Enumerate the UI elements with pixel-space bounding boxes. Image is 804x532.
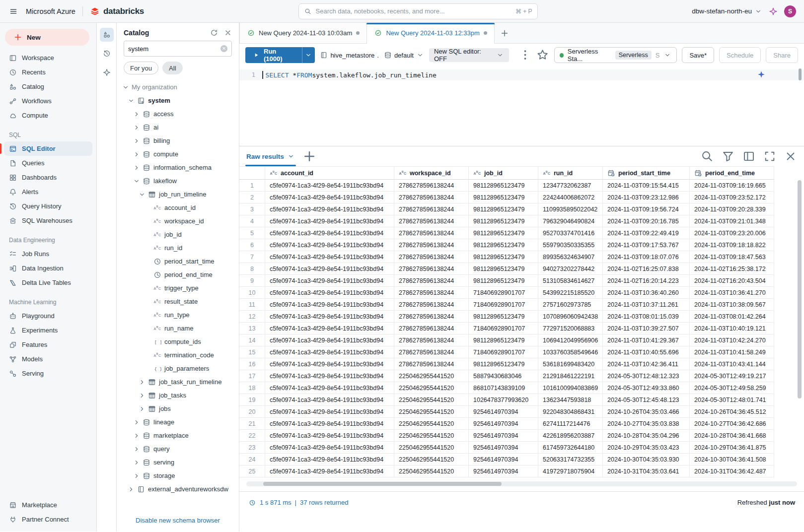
cell-period-start-time[interactable]: 2024-11-03T10:40:55.696 bbox=[603, 346, 690, 358]
cell-run-id[interactable]: 1033760358549646 bbox=[538, 346, 603, 358]
cell-job-id[interactable]: 718406928901707 bbox=[469, 287, 538, 299]
cell-workspace-id[interactable]: 2786278596138244 bbox=[394, 239, 469, 251]
cell-run-id[interactable]: 212918461222191 bbox=[538, 370, 603, 382]
cell-workspace-id[interactable]: 2786278596138244 bbox=[394, 346, 469, 358]
row-number[interactable]: 24 bbox=[239, 454, 265, 466]
sidebar-item-delta-live-tables[interactable]: Delta Live Tables bbox=[4, 275, 92, 290]
filter-pill-for-you[interactable]: For you bbox=[124, 62, 158, 74]
cell-job-id[interactable]: 9254614970394 bbox=[469, 406, 538, 418]
tree-item-information-schema[interactable]: information_schema bbox=[117, 161, 239, 174]
chevron-right-icon[interactable] bbox=[134, 473, 140, 479]
cell-period-end-time[interactable]: 2024-11-03T09:21:01.348 bbox=[690, 215, 774, 227]
sidebar-item-workspace[interactable]: Workspace bbox=[4, 51, 92, 65]
row-number[interactable]: 7 bbox=[239, 251, 265, 263]
cell-account-id[interactable]: c5fe0974-1ca3-4f29-8e54-1911bc93bd94 bbox=[265, 418, 394, 430]
cell-run-id[interactable]: 513105834614627 bbox=[538, 275, 603, 287]
cell-run-id[interactable]: 419729718075904 bbox=[538, 466, 603, 477]
tree-item-compute-ids[interactable]: [ ]compute_ids bbox=[117, 335, 239, 348]
row-number[interactable]: 20 bbox=[239, 406, 265, 418]
chevron-right-icon[interactable] bbox=[139, 393, 145, 399]
cell-period-end-time[interactable]: 2024-11-03T08:01:42.264 bbox=[690, 311, 774, 323]
chevron-right-icon[interactable] bbox=[134, 446, 140, 452]
sidebar-item-dashboards[interactable]: Dashboards bbox=[4, 170, 92, 185]
tree-item-external-adventureworksdw[interactable]: external_adventureworksdw bbox=[117, 482, 239, 496]
new-tab-button[interactable] bbox=[495, 23, 514, 43]
close-icon[interactable] bbox=[224, 29, 232, 37]
tree-item-run-type[interactable]: ABCrun_type bbox=[117, 308, 239, 322]
catalog-search-input[interactable] bbox=[128, 45, 218, 53]
cell-account-id[interactable]: c5fe0974-1ca3-4f29-8e54-1911bc93bd94 bbox=[265, 394, 394, 406]
row-number[interactable]: 3 bbox=[239, 203, 265, 215]
sidebar-item-sql-warehouses[interactable]: SQL Warehouses bbox=[4, 213, 92, 228]
cell-period-start-time[interactable]: 2024-05-30T12:48:12.323 bbox=[603, 370, 690, 382]
row-number[interactable]: 16 bbox=[239, 358, 265, 370]
tree-item-query[interactable]: query bbox=[117, 442, 239, 456]
cell-run-id[interactable]: 559790350335355 bbox=[538, 239, 603, 251]
cell-period-end-time[interactable]: 2024-11-02T16:25:38.172 bbox=[690, 263, 774, 275]
cell-job-id[interactable]: 9254614970394 bbox=[469, 430, 538, 442]
schema-selector[interactable]: default bbox=[384, 51, 424, 59]
cell-period-start-time[interactable]: 2024-11-03T10:37:11.261 bbox=[603, 299, 690, 311]
cell-workspace-id[interactable]: 2786278596138244 bbox=[394, 299, 469, 311]
row-number[interactable]: 12 bbox=[239, 311, 265, 323]
tree-item-job-parameters[interactable]: { }job_parameters bbox=[117, 362, 239, 375]
rail-assistant-button[interactable] bbox=[100, 66, 114, 79]
row-number[interactable]: 5 bbox=[239, 227, 265, 239]
sidebar-item-alerts[interactable]: Alerts bbox=[4, 185, 92, 199]
row-number[interactable]: 14 bbox=[239, 334, 265, 346]
sidebar-item-playground[interactable]: Playground bbox=[4, 309, 92, 323]
tree-item-system[interactable]: system bbox=[117, 94, 239, 107]
tree-item-lineage[interactable]: lineage bbox=[117, 415, 239, 429]
search-input[interactable] bbox=[316, 7, 512, 15]
disable-schema-browser-link[interactable]: Disable new schema browser bbox=[136, 517, 220, 524]
sidebar-item-catalog[interactable]: Catalog bbox=[4, 79, 92, 94]
row-number[interactable]: 17 bbox=[239, 370, 265, 382]
cell-period-end-time[interactable]: 2024-11-03T09:20:28.339 bbox=[690, 203, 774, 215]
tree-item-my-organization[interactable]: My organization bbox=[117, 80, 239, 94]
favorite-star-icon[interactable] bbox=[536, 49, 549, 62]
tree-item-workspace-id[interactable]: ABCworkspace_id bbox=[117, 214, 239, 228]
cell-job-id[interactable]: 981128965123479 bbox=[469, 239, 538, 251]
cell-period-start-time[interactable]: 2024-11-02T16:25:07.838 bbox=[603, 263, 690, 275]
cell-period-end-time[interactable]: 2024-10-29T04:36:41.875 bbox=[690, 442, 774, 454]
tree-item-serving[interactable]: serving bbox=[117, 456, 239, 469]
cell-run-id[interactable]: 940273202278442 bbox=[538, 263, 603, 275]
cell-workspace-id[interactable]: 2786278596138244 bbox=[394, 251, 469, 263]
cell-period-start-time[interactable]: 2024-10-27T04:35:03.838 bbox=[603, 418, 690, 430]
scrollbar-thumb[interactable] bbox=[263, 482, 502, 486]
cell-account-id[interactable]: c5fe0974-1ca3-4f29-8e54-1911bc93bd94 bbox=[265, 311, 394, 323]
row-number[interactable]: 2 bbox=[239, 192, 265, 203]
assistant-sparkle-icon[interactable] bbox=[769, 7, 777, 15]
cell-period-start-time[interactable]: 2024-10-30T04:35:03.930 bbox=[603, 454, 690, 466]
cell-workspace-id[interactable]: 2786278596138244 bbox=[394, 227, 469, 239]
cell-run-id[interactable]: 617459732644180 bbox=[538, 442, 603, 454]
tree-item-jobs[interactable]: jobs bbox=[117, 402, 239, 415]
query-tab-1[interactable]: New Query 2024-11-03 10:03am bbox=[239, 23, 367, 43]
tree-item-job-tasks[interactable]: job_tasks bbox=[117, 389, 239, 402]
tree-item-run-name[interactable]: ABCrun_name bbox=[117, 322, 239, 335]
cell-run-id[interactable]: 536181699483420 bbox=[538, 358, 603, 370]
cell-period-start-time[interactable]: 2024-11-03T09:18:07.076 bbox=[603, 251, 690, 263]
cell-account-id[interactable]: c5fe0974-1ca3-4f29-8e54-1911bc93bd94 bbox=[265, 370, 394, 382]
column-header-period-start-time[interactable]: period_start_time bbox=[603, 166, 690, 180]
cell-workspace-id[interactable]: 2786278596138244 bbox=[394, 263, 469, 275]
cell-account-id[interactable]: c5fe0974-1ca3-4f29-8e54-1911bc93bd94 bbox=[265, 227, 394, 239]
tree-item-trigger-type[interactable]: ABCtrigger_type bbox=[117, 281, 239, 295]
sidebar-item-features[interactable]: Features bbox=[4, 337, 92, 352]
cell-workspace-id[interactable]: 2250462955441520 bbox=[394, 430, 469, 442]
chevron-right-icon[interactable] bbox=[134, 138, 140, 144]
tree-item-termination-code[interactable]: ABCtermination_code bbox=[117, 348, 239, 362]
cell-job-id[interactable]: 981128965123479 bbox=[469, 192, 538, 203]
chevron-right-icon[interactable] bbox=[128, 486, 134, 492]
sidebar-item-data-ingestion[interactable]: Data Ingestion bbox=[4, 261, 92, 275]
chevron-right-icon[interactable] bbox=[134, 433, 140, 439]
cell-workspace-id[interactable]: 2786278596138244 bbox=[394, 334, 469, 346]
cell-period-end-time[interactable]: 2024-11-03T10:41:58.249 bbox=[690, 346, 774, 358]
cell-workspace-id[interactable]: 2250462955441520 bbox=[394, 466, 469, 477]
cell-account-id[interactable]: c5fe0974-1ca3-4f29-8e54-1911bc93bd94 bbox=[265, 263, 394, 275]
cell-account-id[interactable]: c5fe0974-1ca3-4f29-8e54-1911bc93bd94 bbox=[265, 275, 394, 287]
sidebar-item-experiments[interactable]: Experiments bbox=[4, 323, 92, 337]
cell-job-id[interactable]: 981128965123479 bbox=[469, 180, 538, 192]
cell-workspace-id[interactable]: 2786278596138244 bbox=[394, 215, 469, 227]
run-button[interactable]: Run (1000) bbox=[245, 47, 315, 63]
